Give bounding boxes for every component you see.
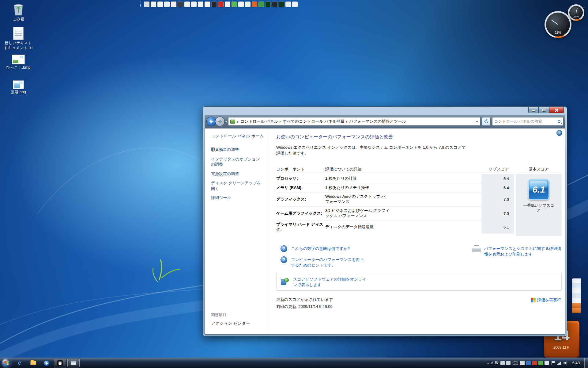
sidebar-item-visual-effects[interactable]: 視覚効果の調整 — [211, 147, 264, 152]
toolbar-app-icon[interactable] — [225, 2, 230, 7]
toolbar-app-icon[interactable] — [272, 2, 277, 7]
start-button[interactable] — [2, 358, 11, 368]
link-view-scores-online[interactable]: スコアとソフトウェアの詳細をオンライ ンで表示します — [276, 273, 562, 291]
address-dropdown-icon[interactable] — [475, 120, 479, 123]
sidebar-item-indexing-options[interactable]: インデックスのオプションの調整 — [211, 156, 264, 167]
breadcrumb-segment[interactable]: コントロール パネル — [240, 119, 278, 124]
toolbar-app-icon[interactable] — [238, 2, 244, 7]
breadcrumb-segment[interactable]: すべてのコントロール パネル項目 — [283, 119, 345, 124]
base-score-cell: 6.1 一番低いサブスコ ア — [516, 174, 562, 236]
breadcrumb-separator-icon[interactable] — [278, 120, 283, 123]
toolbar-app-icon[interactable] — [171, 2, 176, 7]
toolbar-app-icon[interactable] — [191, 2, 197, 7]
hidden-icons-chevron-icon[interactable] — [487, 362, 489, 365]
toolbar-app-icon[interactable] — [265, 2, 271, 7]
tray-app-icon[interactable] — [545, 361, 549, 365]
sidebar-item-power-settings[interactable]: 電源設定の調整 — [211, 171, 264, 177]
gadget-strip-row — [572, 303, 581, 308]
toolbar-app-icon[interactable] — [292, 2, 298, 7]
windows-flag-icon — [4, 361, 9, 365]
toolbar-app-icon[interactable] — [151, 2, 156, 7]
action-center-icon[interactable] — [551, 361, 555, 365]
taskbar-clock[interactable]: 5:48 — [570, 361, 582, 365]
tray-app-icons — [520, 361, 549, 365]
toolbar-app-icon[interactable] — [245, 2, 251, 7]
base-score-caption: 一番低いサブスコ ア — [523, 203, 554, 213]
refresh-button[interactable] — [482, 117, 491, 126]
toolbar-app-icon[interactable] — [211, 2, 217, 7]
page-title: お使いのコンピューターのパフォーマンスの評価と改善 — [276, 134, 562, 140]
desktop-icon-text-document[interactable]: 新しいテキスト ドキュメント.txt — [2, 27, 34, 50]
desktop-icon-label: 無題.png — [2, 90, 34, 95]
partial-gadget[interactable] — [572, 278, 581, 318]
cpu-meter-gadget[interactable]: 27% 11% — [545, 4, 586, 39]
ime-input-mode[interactable]: A — [491, 361, 493, 365]
toolbar-app-icon[interactable] — [218, 2, 224, 7]
table-row: メモリ (RAM): 1 秒あたりのメモリ操作 6.4 — [276, 183, 514, 193]
tray-app-icon[interactable] — [538, 361, 543, 365]
taskbar-button-cat-app[interactable] — [54, 359, 66, 367]
link-view-print-details[interactable]: パフォーマンスとシステムに関する詳細情 報を表示および印刷します — [472, 245, 561, 257]
toolbar-app-icon[interactable] — [164, 2, 170, 7]
ime-tool-icon[interactable] — [500, 361, 505, 365]
sidebar-item-advanced-tools[interactable]: 詳細ツール — [211, 195, 264, 201]
desktop-icon-recycle-bin[interactable]: ごみ箱 — [2, 2, 34, 22]
desktop-icon-label: 新しいテキスト ドキュメント.txt — [2, 41, 34, 50]
desktop-icon-bmp-image[interactable]: ひっこし.bmp — [2, 55, 34, 70]
toolbar-app-icon[interactable] — [184, 2, 190, 7]
cell-subscore: 6.1 — [481, 221, 514, 234]
show-desktop-button[interactable] — [584, 358, 588, 368]
sidebar-item-disk-cleanup[interactable]: ディスク クリーンアップを開く — [211, 180, 264, 191]
taskbar-button-explorer[interactable] — [27, 359, 39, 367]
search-icon[interactable] — [558, 120, 560, 123]
forward-button[interactable] — [215, 117, 225, 126]
toolbar-app-icon[interactable] — [252, 2, 257, 7]
toolbar-app-icon[interactable] — [232, 2, 237, 7]
tray-app-icon[interactable] — [532, 361, 537, 365]
breadcrumb-separator-icon[interactable] — [236, 120, 240, 123]
network-icon[interactable] — [557, 361, 561, 365]
toolbar-app-icon[interactable] — [157, 2, 163, 7]
maximize-button[interactable] — [539, 107, 549, 113]
link-rerun-assessment[interactable]: 評価を再実行 — [531, 297, 561, 303]
base-score-badge: 6.1 — [528, 179, 549, 200]
minimize-button[interactable] — [528, 107, 539, 113]
gadget-strip-row — [572, 293, 581, 298]
close-button[interactable] — [549, 107, 564, 113]
toolbar-grip[interactable] — [140, 2, 142, 7]
toolbar-app-icon[interactable] — [285, 2, 291, 7]
sidebar-item-action-center[interactable]: アクション センター — [211, 321, 250, 326]
ram-meter-value: 27% — [573, 15, 579, 19]
cell-details: ディスクのデータ転送速度 — [325, 224, 481, 230]
taskbar-button-media-player[interactable] — [40, 359, 53, 367]
ime-conversion-mode[interactable]: 般 — [495, 360, 499, 366]
wei-score-table: コンポーネント 評価についての詳細 サブスコア プロセッサ: 1 秒あたりの計算… — [276, 165, 562, 236]
recent-pages-chevron-icon[interactable] — [225, 120, 227, 123]
image-file-icon — [12, 55, 25, 64]
desktop: ごみ箱 新しいテキスト ドキュメント.txt ひっこし.bmp 無題.png 2… — [0, 0, 588, 368]
cell-details: 1 秒あたりの計算 — [325, 176, 481, 181]
desktop-icon-png-image[interactable]: 無題.png — [2, 80, 34, 95]
volume-icon[interactable] — [564, 361, 568, 365]
toolbar-app-icon[interactable] — [279, 2, 284, 7]
tray-app-icon[interactable] — [520, 361, 525, 365]
ime-caps-kana-indicator: CAPS KANA — [512, 361, 518, 365]
breadcrumb-segment[interactable]: パフォーマンスの情報とツール — [349, 119, 406, 124]
toolbar-app-icon[interactable] — [144, 2, 149, 7]
sidebar-related-section: 関連項目 アクション センター — [211, 312, 250, 326]
toolbar-app-icon[interactable] — [258, 2, 264, 7]
tray-app-icon[interactable] — [526, 361, 531, 365]
toolbar-app-icon[interactable] — [178, 2, 183, 7]
breadcrumb-separator-icon[interactable] — [345, 120, 349, 123]
toolbar-app-icon[interactable] — [198, 2, 203, 7]
sidebar-item-control-panel-home[interactable]: コントロール パネル ホーム — [211, 133, 269, 139]
taskbar-button-internet-explorer[interactable]: e — [13, 359, 26, 367]
link-improve-performance-tips[interactable]: ? コンピューターのパフォーマンスを向上 するためのヒントです。 — [281, 256, 562, 268]
table-row: プライマリ ハード ディス ク: ディスクのデータ転送速度 6.1 — [276, 221, 514, 234]
toolbar-app-icon[interactable] — [205, 2, 210, 7]
control-panel-window: コントロール パネル すべてのコントロール パネル項目 パフォーマンスの情報とツ… — [203, 106, 567, 336]
cell-subscore: 7.0 — [481, 193, 514, 206]
ime-pad-icon[interactable] — [506, 361, 511, 365]
search-input[interactable] — [494, 119, 558, 124]
taskbar-button-control-panel[interactable] — [67, 359, 80, 367]
